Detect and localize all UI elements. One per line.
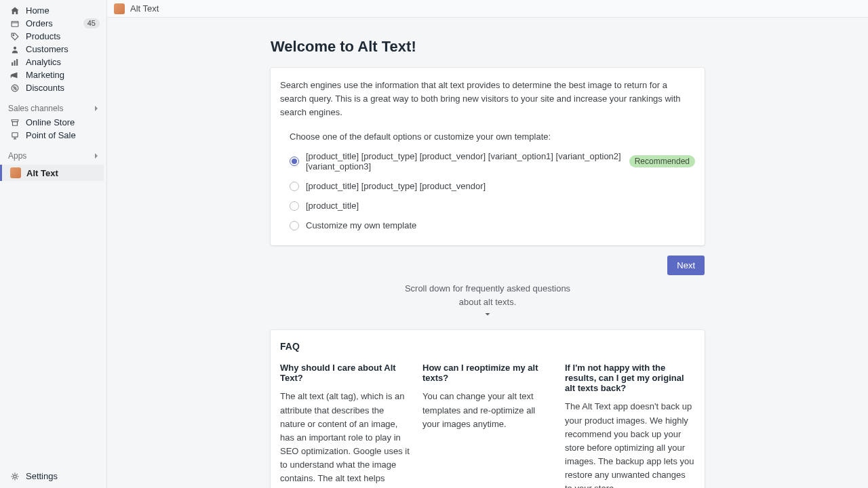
- nav-discounts[interactable]: Discounts: [0, 81, 106, 94]
- svg-rect-5: [16, 59, 18, 66]
- nav-label: Products: [26, 32, 100, 41]
- topbar-title: Alt Text: [130, 3, 159, 14]
- faq-answer: The Alt Text app doesn't back up your pr…: [565, 400, 695, 488]
- svg-rect-0: [12, 21, 18, 26]
- faq-card: FAQ Why should I care about Alt Text? Th…: [271, 330, 705, 488]
- nav-label: Marketing: [26, 70, 100, 79]
- topbar: Alt Text: [107, 0, 868, 18]
- faq-question: How can I reoptimize my alt texts?: [422, 363, 553, 383]
- section-apps[interactable]: Apps: [0, 148, 106, 163]
- chevron-right-icon: [93, 152, 100, 159]
- svg-point-2: [14, 46, 16, 49]
- nav-label: Online Store: [26, 118, 100, 127]
- gear-icon: [9, 471, 20, 482]
- radio-input[interactable]: [290, 201, 299, 211]
- store-icon: [9, 117, 20, 128]
- app-icon: [114, 3, 125, 14]
- faq-question: If I'm not happy with the results, can I…: [565, 363, 695, 393]
- nav-label: Customers: [26, 45, 100, 54]
- faq-answer: The alt text (alt tag), which is an attr…: [280, 390, 410, 488]
- option-label: [product_title] [product_type] [product_…: [306, 151, 625, 171]
- faq-heading: FAQ: [280, 341, 695, 352]
- svg-point-7: [14, 86, 14, 87]
- nav-label: Home: [26, 6, 100, 15]
- nav-online-store[interactable]: Online Store: [0, 116, 106, 129]
- nav-products[interactable]: Products: [0, 30, 106, 43]
- nav-label: Analytics: [26, 58, 100, 66]
- faq-item: Why should I care about Alt Text? The al…: [280, 363, 410, 488]
- orders-badge: 45: [83, 18, 100, 28]
- main: Alt Text Welcome to Alt Text! Search eng…: [107, 0, 868, 488]
- radio-input[interactable]: [290, 221, 299, 230]
- section-label: Sales channels: [8, 104, 63, 113]
- pos-icon: [9, 130, 20, 141]
- svg-point-1: [13, 35, 14, 36]
- template-option-3[interactable]: [product_title]: [290, 201, 695, 211]
- section-sales-channels[interactable]: Sales channels: [0, 101, 106, 116]
- choose-label: Choose one of the default options or cus…: [290, 131, 695, 142]
- radio-input[interactable]: [290, 182, 299, 191]
- svg-rect-3: [12, 62, 13, 66]
- faq-question: Why should I care about Alt Text?: [280, 363, 410, 383]
- marketing-icon: [9, 70, 20, 81]
- nav-label: Discounts: [26, 83, 100, 92]
- nav-analytics[interactable]: Analytics: [0, 56, 106, 68]
- template-option-4[interactable]: Customize my own template: [290, 220, 695, 230]
- radio-input[interactable]: [290, 157, 299, 166]
- app-alt-text[interactable]: Alt Text: [0, 165, 104, 181]
- nav-label: Orders: [26, 19, 83, 28]
- svg-point-10: [14, 474, 16, 477]
- svg-rect-9: [12, 132, 18, 136]
- nav-marketing[interactable]: Marketing: [0, 68, 106, 81]
- nav-customers[interactable]: Customers: [0, 43, 106, 56]
- analytics-icon: [9, 57, 20, 68]
- chevron-down-icon: [271, 310, 705, 319]
- nav-orders[interactable]: Orders 45: [0, 17, 106, 30]
- svg-rect-4: [14, 60, 16, 66]
- template-option-2[interactable]: [product_title] [product_type] [product_…: [290, 181, 695, 191]
- scroll-hint: Scroll down for frequently asked questio…: [399, 282, 576, 308]
- recommended-badge: Recommended: [629, 155, 695, 167]
- faq-answer: You can change your alt text templates a…: [422, 390, 553, 430]
- app-icon: [10, 167, 21, 178]
- option-label: [product_title]: [306, 201, 359, 211]
- option-label: Customize my own template: [306, 220, 416, 230]
- home-icon: [9, 5, 20, 16]
- template-card: Search engines use the information that …: [271, 68, 705, 245]
- template-option-1[interactable]: [product_title] [product_type] [product_…: [290, 151, 695, 171]
- app-label: Alt Text: [26, 168, 58, 178]
- content: Welcome to Alt Text! Search engines use …: [107, 18, 868, 488]
- page-title: Welcome to Alt Text!: [271, 38, 705, 56]
- faq-item: If I'm not happy with the results, can I…: [565, 363, 695, 488]
- nav-home[interactable]: Home: [0, 4, 106, 17]
- products-icon: [9, 31, 20, 42]
- customers-icon: [9, 44, 20, 55]
- nav-label: Point of Sale: [26, 131, 100, 140]
- chevron-right-icon: [93, 105, 100, 112]
- section-label: Apps: [8, 151, 26, 161]
- svg-point-8: [16, 88, 16, 89]
- nav-point-of-sale[interactable]: Point of Sale: [0, 129, 106, 142]
- nav-settings[interactable]: Settings: [0, 470, 106, 483]
- discounts-icon: [9, 83, 20, 94]
- option-label: [product_title] [product_type] [product_…: [306, 181, 486, 191]
- intro-text: Search engines use the information that …: [280, 79, 695, 119]
- next-button[interactable]: Next: [667, 256, 705, 275]
- nav-label: Settings: [26, 472, 100, 481]
- faq-item: How can I reoptimize my alt texts? You c…: [422, 363, 553, 488]
- sidebar: Home Orders 45 Products Customers Analyt…: [0, 0, 107, 488]
- orders-icon: [9, 18, 20, 29]
